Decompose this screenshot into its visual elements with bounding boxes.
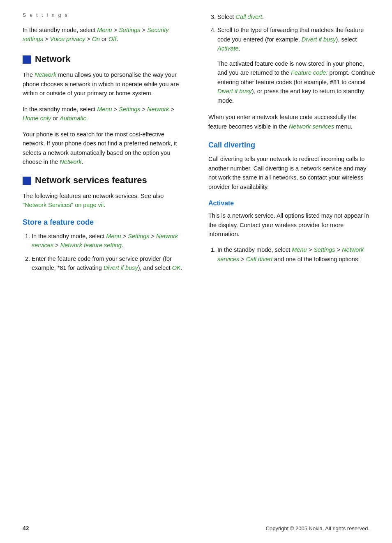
activate-heading: Activate bbox=[208, 200, 376, 207]
call-diverting-heading: Call diverting bbox=[208, 141, 376, 150]
network-services-link[interactable]: "Network Services" on page vii bbox=[23, 202, 104, 208]
network-heading: Network bbox=[35, 54, 71, 64]
intro-menu: Menu bbox=[97, 27, 112, 33]
intro-off: Off bbox=[108, 36, 116, 42]
network-para2-auto: Automatic bbox=[60, 115, 86, 122]
network-services-para-text: The following features are network servi… bbox=[23, 193, 164, 199]
network-para1-before: The bbox=[23, 71, 35, 78]
intro-settings: Settings bbox=[119, 27, 140, 33]
store-feature-section: Store a feature code In the standby mode… bbox=[23, 218, 184, 273]
intro-t1: > bbox=[112, 27, 119, 33]
indented-block: The activated feature code is now stored… bbox=[217, 59, 376, 105]
right-col-list: Select Call divert. Scroll to the type o… bbox=[217, 12, 376, 53]
network-services-para: The following features are network servi… bbox=[23, 191, 184, 210]
network-services-section: Network services features The following … bbox=[23, 175, 184, 210]
activate-list: In the standby mode, select Menu > Setti… bbox=[217, 245, 376, 264]
network-heading-container: Network bbox=[23, 54, 184, 64]
activate-step1: In the standby mode, select Menu > Setti… bbox=[217, 245, 376, 264]
network-para1: The Network menu allows you to personali… bbox=[23, 70, 184, 98]
network-para3-em: Network bbox=[60, 159, 81, 165]
activate-section: Activate This is a network service. All … bbox=[208, 200, 376, 264]
network-services-heading-container: Network services features bbox=[23, 175, 184, 186]
network-services-heading: Network services features bbox=[35, 175, 147, 186]
network-para2-menu: Menu bbox=[97, 106, 112, 113]
network-services-blue-box-icon bbox=[23, 177, 31, 185]
store-feature-step2: Enter the feature code from your service… bbox=[32, 254, 184, 273]
network-services-para-end: . bbox=[104, 202, 105, 208]
intro-t6: . bbox=[116, 36, 118, 42]
network-para3-end: . bbox=[81, 159, 83, 165]
page-number: 42 bbox=[23, 525, 29, 531]
step4-em1: Divert if busy bbox=[302, 36, 336, 43]
step1-nf: Network feature setting bbox=[60, 242, 122, 248]
activate-step1-settings: Settings bbox=[314, 246, 335, 253]
intro-t4: > bbox=[85, 36, 92, 42]
right-step3: Select Call divert. bbox=[217, 12, 376, 21]
intro-voice: Voice privacy bbox=[50, 36, 85, 42]
intro-on: On bbox=[92, 36, 100, 42]
right-step4: Scroll to the type of forwarding that ma… bbox=[217, 25, 376, 53]
intro-t2: > bbox=[141, 27, 148, 33]
page-header: S e t t i n g s bbox=[23, 12, 184, 18]
step2-em: Divert if busy bbox=[104, 265, 138, 271]
indented-em2: Divert if busy bbox=[217, 88, 252, 94]
network-blue-box-icon bbox=[23, 55, 31, 64]
call-diverting-section: Call diverting Call diverting tells your… bbox=[208, 141, 376, 191]
step4-em2: Activate bbox=[217, 45, 239, 52]
step1-settings: Settings bbox=[128, 233, 149, 239]
network-para3: Your phone is set to search for the most… bbox=[23, 130, 184, 167]
activate-step1-menu: Menu bbox=[292, 246, 307, 253]
intro-t3: > bbox=[43, 36, 50, 42]
network-para2: In the standby mode, select Menu > Setti… bbox=[23, 105, 184, 123]
network-para2-home: Home only bbox=[23, 115, 51, 122]
network-section: Network The Network menu allows you to p… bbox=[23, 54, 184, 167]
indented-em1: Feature code: bbox=[291, 69, 327, 76]
intro-t5: or bbox=[100, 36, 108, 42]
para-after-em: Network services bbox=[289, 123, 334, 130]
copyright-text: Copyright © 2005 Nokia. All rights reser… bbox=[266, 525, 369, 531]
step3-em: Call divert bbox=[235, 14, 262, 20]
para-after-list: When you enter a network feature code su… bbox=[208, 113, 376, 131]
step2-ok: OK bbox=[172, 265, 181, 271]
call-diverting-para: Call diverting tells your network to red… bbox=[208, 154, 376, 191]
store-feature-heading: Store a feature code bbox=[23, 218, 184, 227]
intro-text-before: In the standby mode, select bbox=[23, 27, 97, 33]
activate-step1-cd: Call divert bbox=[246, 256, 272, 262]
page-footer: 42 Copyright © 2005 Nokia. All rights re… bbox=[0, 525, 392, 531]
activate-para: This is a network service. All options l… bbox=[208, 211, 376, 239]
network-para2-settings: Settings bbox=[119, 106, 140, 113]
store-feature-step1: In the standby mode, select Menu > Setti… bbox=[32, 232, 184, 250]
network-para1-em: Network bbox=[35, 71, 56, 78]
network-para3-text: Your phone is set to search for the most… bbox=[23, 131, 177, 165]
step1-menu: Menu bbox=[106, 233, 121, 239]
intro-paragraph: In the standby mode, select Menu > Setti… bbox=[23, 25, 184, 44]
network-para2-before: In the standby mode, select bbox=[23, 106, 97, 113]
network-para2-network: Network bbox=[147, 106, 169, 113]
store-feature-list: In the standby mode, select Menu > Setti… bbox=[32, 232, 184, 273]
